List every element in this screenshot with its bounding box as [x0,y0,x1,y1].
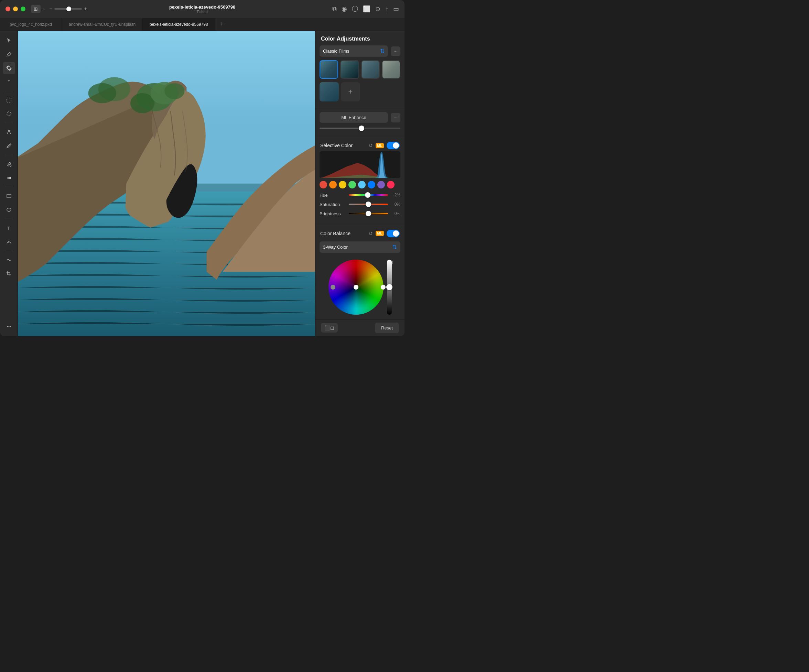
zoom-slider[interactable] [54,8,82,10]
color-balance-dropdown[interactable]: 3-Way Color ⇅ [319,241,400,253]
filter-thumb-2[interactable] [340,60,359,79]
cursor-tool[interactable] [3,34,15,47]
luma-strip[interactable] [387,260,392,315]
crop-tool[interactable] [3,268,15,280]
gradient-tool[interactable] [3,172,15,184]
selective-color-toggle[interactable] [387,142,400,149]
canvas-image[interactable] [18,31,315,336]
ml-more-button[interactable]: ··· [391,113,400,122]
svg-text:T: T [8,240,10,243]
filter-thumb-4[interactable] [382,60,400,79]
canvas-area [18,31,315,336]
frame-button[interactable]: ⬜ [363,5,371,13]
zoom-thumb[interactable] [66,7,71,11]
brightness-slider-wrap[interactable] [349,213,388,214]
share-button[interactable]: ↑ [385,5,388,13]
more-tools-button[interactable] [3,320,15,333]
pencil-tool[interactable] [3,140,15,152]
brightness-thumb[interactable] [366,211,371,216]
tab-andrew[interactable]: andrew-small-EfhCUc_fjrU-unsplash [62,18,143,30]
filter-dropdown-row: Classic Films ⇅ ··· [316,45,404,60]
tab-pexels[interactable]: pexels-leticia-azevedo-9569798 [143,18,215,30]
ellipse-shape-tool[interactable] [3,204,15,216]
titlebar-actions: ⧉ ◉ ⓘ ⬜ ⊙ ↑ ▭ [332,5,399,13]
smudge-tool[interactable] [3,254,15,266]
saturation-slider-wrap[interactable] [349,204,388,205]
ellipse-select-tool[interactable] [3,108,15,120]
rect-select-tool[interactable] [3,94,15,106]
hue-thumb[interactable] [365,192,371,198]
more-button[interactable]: ⊙ [375,5,381,13]
ml-slider-thumb[interactable] [359,126,364,131]
color-balance-reset-icon[interactable]: ↺ [369,231,373,236]
hue-track[interactable] [349,194,388,196]
close-button[interactable] [5,7,10,11]
maximize-button[interactable] [21,7,25,11]
tool-separator-5 [5,219,13,219]
filter-dropdown-value: Classic Films [323,49,349,54]
saturation-thumb[interactable] [366,201,371,207]
clipboard-button[interactable]: ⧉ [332,5,337,13]
rect-shape-tool[interactable] [3,190,15,202]
color-dot-yellow[interactable] [339,181,346,188]
window-status: Edited [169,10,235,14]
ml-slider-row[interactable] [316,125,404,134]
svg-point-18 [164,83,185,99]
brush-tool[interactable] [3,48,15,60]
person-button[interactable]: ◉ [342,5,347,13]
text-path-tool[interactable]: T [3,236,15,248]
reset-all-button[interactable]: Reset [375,323,399,333]
left-toolbar: T T [0,31,18,336]
info-button[interactable]: ⓘ [352,5,358,13]
pen-tool[interactable] [3,126,15,138]
text-tool[interactable]: T [3,222,15,234]
hue-slider-wrap[interactable] [349,194,388,196]
color-dot-purple[interactable] [377,181,385,188]
brightness-track[interactable] [349,213,388,214]
color-wheel[interactable] [329,260,384,315]
wheel-right-handle[interactable] [381,285,386,290]
luma-thumb[interactable] [386,284,393,290]
color-dot-blue[interactable] [368,181,375,188]
color-dot-cyan[interactable] [358,181,366,188]
filter-add-button[interactable]: + [341,82,360,101]
adjustments-tool[interactable] [3,62,15,74]
saturation-label: Saturation [319,202,349,207]
ml-enhance-button[interactable]: ML Enhance [319,112,388,123]
saturation-track[interactable] [349,204,388,205]
color-wheel-container [319,256,400,318]
ml-slider-track[interactable] [319,127,400,129]
filter-thumb-3[interactable] [361,60,380,79]
wheel-center-dot[interactable] [354,285,358,290]
color-balance-toggle[interactable] [387,230,400,237]
color-dot-pink[interactable] [387,181,394,188]
svg-point-20 [88,83,116,103]
sidebar-toggle-button[interactable]: ⊞ [31,5,40,13]
panel-button[interactable]: ▭ [393,5,399,13]
right-panel: Color Adjustments Classic Films ⇅ ··· [315,31,404,336]
filter-dropdown[interactable]: Classic Films ⇅ [319,45,388,57]
saturation-value: 0% [388,202,400,207]
color-wheel-section: ↺ [319,256,400,318]
effects-tool[interactable] [3,75,15,88]
ml-enhance-row: ML Enhance ··· [316,110,404,125]
minimize-button[interactable] [13,7,18,11]
tab-pvc[interactable]: pvc_logo_4c_horiz.pxd [0,18,62,30]
canvas-svg [18,31,315,336]
selective-color-reset-button[interactable]: ↺ [369,143,373,148]
tab-add-button[interactable]: + [215,18,229,30]
svg-point-0 [8,67,10,69]
filter-thumb-5[interactable] [319,82,339,101]
color-balance-chevron-icon: ⇅ [393,244,397,250]
zoom-out-button[interactable]: − [49,6,52,12]
color-wheel-wrap [329,260,384,315]
color-dot-orange[interactable] [329,181,337,188]
view-split-button[interactable]: ⬛◻ [321,323,338,333]
color-dot-red[interactable] [319,181,327,188]
fill-tool[interactable] [3,158,15,170]
wheel-left-handle[interactable] [331,285,336,290]
tabs-bar: pvc_logo_4c_horiz.pxd andrew-small-EfhCU… [0,18,404,31]
filter-thumb-1[interactable] [319,60,338,79]
filter-more-button[interactable]: ··· [391,47,400,56]
color-dot-green[interactable] [348,181,356,188]
